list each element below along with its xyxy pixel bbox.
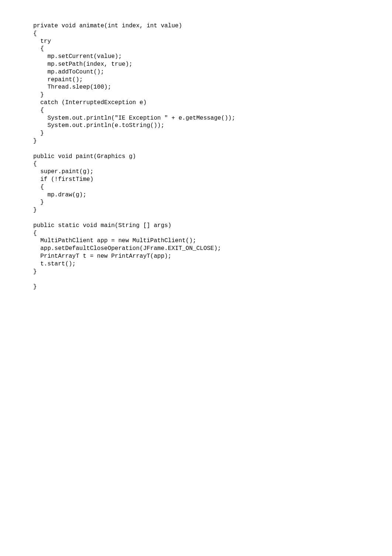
code-block: private void animate(int index, int valu…	[0, 0, 392, 313]
code-text: private void animate(int index, int valu…	[33, 23, 235, 290]
